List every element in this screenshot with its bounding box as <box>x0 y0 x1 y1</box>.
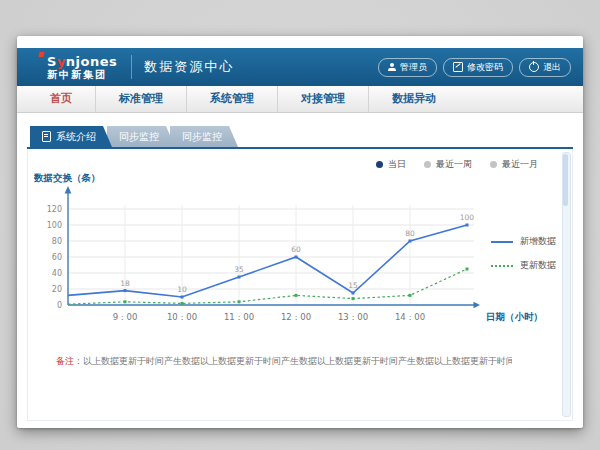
power-icon <box>529 62 539 72</box>
line-chart: 0204060801001209：0010：0011：0012：0013：001… <box>28 167 568 332</box>
tab[interactable]: 同步监控 <box>170 126 238 147</box>
chart-legend: 新增数据更新数据 <box>491 235 556 283</box>
svg-text:10: 10 <box>177 285 187 294</box>
nav-item[interactable]: 首页 <box>27 86 95 112</box>
tab[interactable]: 同步监控 <box>107 126 175 147</box>
svg-text:100: 100 <box>47 221 62 230</box>
content-area: 系统介绍同步监控同步监控 当日最近一周最近一月 0204060801001209… <box>17 113 583 428</box>
svg-text:数据交换（条）: 数据交换（条） <box>33 172 101 184</box>
current-user-button[interactable]: 管理员 <box>378 58 437 77</box>
svg-text:80: 80 <box>52 237 62 246</box>
svg-text:10：00: 10：00 <box>167 312 197 322</box>
legend-label: 更新数据 <box>520 259 556 272</box>
nav-item[interactable]: 标准管理 <box>95 86 186 112</box>
svg-text:12：00: 12：00 <box>281 312 311 322</box>
svg-text:15: 15 <box>348 281 358 290</box>
footnote-prefix: 备注： <box>56 356 83 366</box>
logout-button[interactable]: 退出 <box>519 58 571 77</box>
nav-item[interactable]: 对接管理 <box>277 86 368 112</box>
main-nav: 首页标准管理系统管理对接管理数据异动 <box>17 86 583 113</box>
svg-text:日期（小时）: 日期（小时） <box>486 311 543 323</box>
svg-text:35: 35 <box>234 265 244 274</box>
tab-bar: 系统介绍同步监控同步监控 <box>30 126 233 147</box>
svg-text:80: 80 <box>405 229 415 238</box>
legend-item: 新增数据 <box>491 235 556 248</box>
svg-text:13：00: 13：00 <box>338 312 368 322</box>
svg-text:120: 120 <box>47 205 62 214</box>
svg-text:40: 40 <box>52 269 62 278</box>
svg-text:100: 100 <box>460 213 475 222</box>
current-user-label: 管理员 <box>400 61 427 74</box>
svg-text:0: 0 <box>57 301 62 310</box>
svg-text:20: 20 <box>52 285 62 294</box>
change-password-label: 修改密码 <box>467 61 503 74</box>
tab-bottom-rule <box>27 147 573 149</box>
nav-item[interactable]: 数据异动 <box>368 86 459 112</box>
logo-subtitle: 新中新集团 <box>47 70 117 80</box>
svg-text:60: 60 <box>291 245 301 254</box>
app-header: Synjones 新中新集团 数据资源中心 管理员 修改密码 退出 <box>17 48 583 86</box>
legend-label: 新增数据 <box>520 235 556 248</box>
app-window: Synjones 新中新集团 数据资源中心 管理员 修改密码 退出 首页标准管理… <box>17 36 583 428</box>
legend-item: 更新数据 <box>491 259 556 272</box>
logout-label: 退出 <box>543 61 561 74</box>
tab[interactable]: 系统介绍 <box>30 126 112 147</box>
header-divider <box>131 55 132 79</box>
window-top-strip <box>17 36 583 48</box>
page-title: 数据资源中心 <box>144 58 234 76</box>
scrollbar-thumb[interactable] <box>563 154 568 206</box>
chart-panel: 当日最近一周最近一月 0204060801001209：0010：0011：00… <box>27 149 573 421</box>
footnote: 备注：以上数据更新于时间产生数据以上数据更新于时间产生数据以上数据更新于时间产生… <box>56 355 512 368</box>
svg-text:11：00: 11：00 <box>224 312 254 322</box>
legend-line-sample <box>491 241 513 243</box>
nav-item[interactable]: 系统管理 <box>186 86 277 112</box>
edit-icon <box>453 62 463 72</box>
svg-text:14：00: 14：00 <box>395 312 425 322</box>
svg-text:60: 60 <box>52 253 62 262</box>
logo-flag-icon <box>38 52 44 57</box>
person-icon <box>388 63 396 71</box>
svg-text:18: 18 <box>120 279 130 288</box>
vertical-scrollbar[interactable] <box>562 152 571 417</box>
svg-text:9：00: 9：00 <box>113 312 138 322</box>
change-password-button[interactable]: 修改密码 <box>443 58 513 77</box>
document-icon <box>42 131 51 142</box>
footnote-text: 以上数据更新于时间产生数据以上数据更新于时间产生数据以上数据更新于时间产生数据以… <box>83 356 512 366</box>
logo-wordmark: Synjones <box>47 55 117 68</box>
company-logo: Synjones 新中新集团 <box>47 55 117 80</box>
legend-line-sample <box>491 265 513 267</box>
